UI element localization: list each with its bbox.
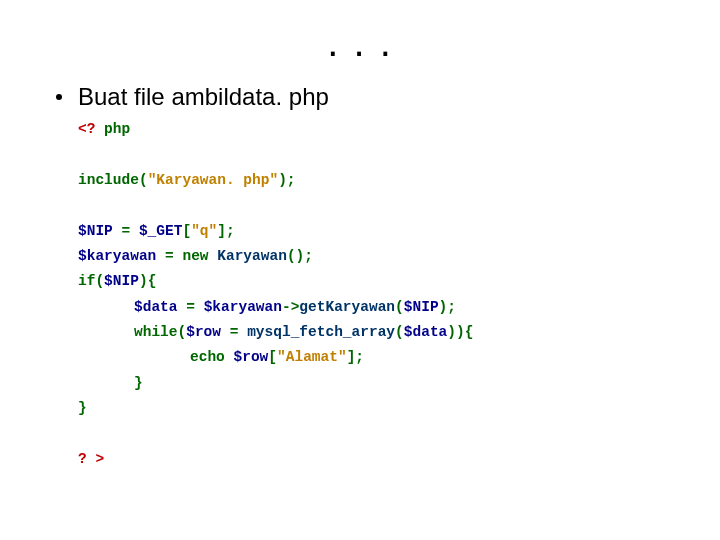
var: $NIP [78, 223, 113, 239]
code-line-endif: } [78, 396, 670, 421]
string: "Alamat" [277, 349, 347, 365]
code-line-karyawan: $karyawan = new Karyawan(); [78, 244, 670, 269]
semicolon: ; [226, 223, 235, 239]
paren: ) [278, 172, 287, 188]
paren: ) [439, 299, 448, 315]
var: $data [404, 324, 448, 340]
code-block: <? php include("Karyawan. php"); $NIP = … [78, 117, 670, 472]
string: "Karyawan. php" [148, 172, 279, 188]
var: $NIP [104, 273, 139, 289]
var: $_GET [139, 223, 183, 239]
slide-title: . . . [50, 20, 670, 65]
bracket: [ [268, 349, 277, 365]
paren: ( [395, 324, 404, 340]
php-open-tag: <? [78, 121, 104, 137]
paren: ( [395, 299, 404, 315]
kw-include: include [78, 172, 139, 188]
paren: ) [139, 273, 148, 289]
var: $karyawan [78, 248, 156, 264]
op: = [156, 248, 182, 264]
kw-new: new [182, 248, 208, 264]
function: mysql_fetch_array [247, 324, 395, 340]
kw-echo: echo [190, 349, 225, 365]
string: "q" [191, 223, 217, 239]
brace: } [134, 375, 143, 391]
semicolon: ; [304, 248, 313, 264]
brace: { [465, 324, 474, 340]
code-line-echo: echo $row["Alamat"]; [78, 345, 670, 370]
space [209, 248, 218, 264]
brace: { [148, 273, 157, 289]
bracket: [ [182, 223, 191, 239]
class-name: Karyawan [217, 248, 287, 264]
semicolon: ; [355, 349, 364, 365]
var: $row [234, 349, 269, 365]
var: $NIP [404, 299, 439, 315]
code-line-include: include("Karyawan. php"); [78, 168, 670, 193]
var: $karyawan [204, 299, 282, 315]
code-line-nip: $NIP = $_GET["q"]; [78, 219, 670, 244]
paren: ( [178, 324, 187, 340]
bullet-text: Buat file ambildata. php [78, 83, 329, 111]
var: $row [186, 324, 221, 340]
code-line-while: while($row = mysql_fetch_array($data)){ [78, 320, 670, 345]
arrow: -> [282, 299, 299, 315]
method: getKaryawan [299, 299, 395, 315]
bullet-item: Buat file ambildata. php [50, 83, 670, 111]
paren: () [287, 248, 304, 264]
brace: } [78, 400, 87, 416]
op: = [178, 299, 204, 315]
code-line-endwhile: } [78, 371, 670, 396]
op: = [113, 223, 139, 239]
op: = [221, 324, 247, 340]
bullet-dot-icon [56, 94, 62, 100]
php-keyword: php [104, 121, 130, 137]
code-line-blank [78, 142, 670, 167]
space [225, 349, 234, 365]
paren: ( [95, 273, 104, 289]
bracket: ] [217, 223, 226, 239]
kw-while: while [134, 324, 178, 340]
code-line-blank [78, 193, 670, 218]
semicolon: ; [287, 172, 296, 188]
paren: ( [139, 172, 148, 188]
code-line-blank [78, 422, 670, 447]
php-close-tag: ? > [78, 451, 104, 467]
semicolon: ; [447, 299, 456, 315]
code-line-data: $data = $karyawan->getKaryawan($NIP); [78, 295, 670, 320]
code-line-if: if($NIP){ [78, 269, 670, 294]
paren: )) [447, 324, 464, 340]
code-line-open: <? php [78, 117, 670, 142]
kw-if: if [78, 273, 95, 289]
slide: . . . Buat file ambildata. php <? php in… [0, 0, 720, 540]
var: $data [134, 299, 178, 315]
code-line-close: ? > [78, 447, 670, 472]
